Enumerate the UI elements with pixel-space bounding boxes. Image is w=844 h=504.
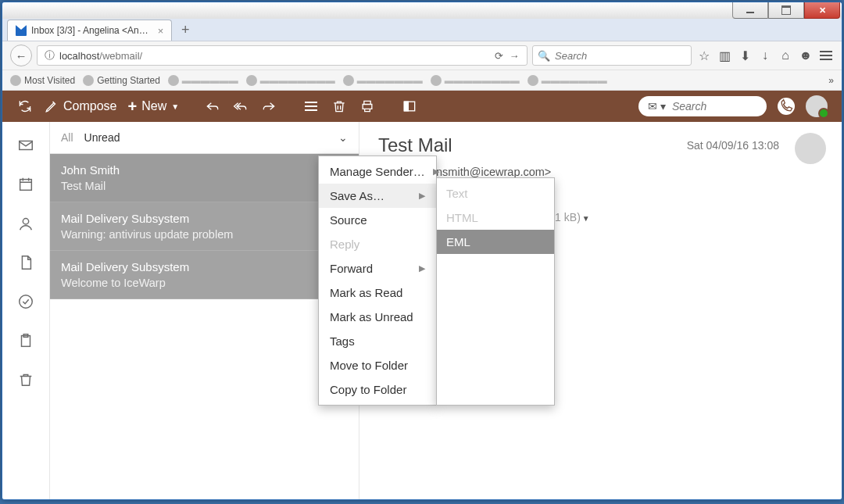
message-list-pane: All Unread ⌄ John SmithTest MailMail Del… xyxy=(50,122,359,499)
filter-dropdown-icon[interactable]: ⌄ xyxy=(338,131,348,144)
new-label: New xyxy=(141,99,166,113)
library-icon[interactable]: ▥ xyxy=(717,48,732,63)
url-host: localhost xyxy=(59,50,99,62)
window-close-button[interactable] xyxy=(804,2,840,19)
browser-window: Inbox [3/3] - Angelina <An… × + ← ⓘ loca… xyxy=(2,2,842,500)
rail-contacts-icon[interactable] xyxy=(16,214,35,233)
site-identity-icon[interactable]: ⓘ xyxy=(42,48,56,63)
window-minimize-button[interactable] xyxy=(732,2,768,19)
browser-menu-button[interactable] xyxy=(818,48,834,63)
message-from: Mail Delivery Subsystem xyxy=(61,260,348,273)
tab-close-icon[interactable]: × xyxy=(158,25,164,37)
address-bar[interactable]: ⓘ localhost/webmail/ ⟳ → xyxy=(37,45,528,66)
menu-item[interactable]: Mark as Unread xyxy=(319,305,436,329)
browser-search-box[interactable]: 🔍 xyxy=(532,45,692,66)
delete-icon[interactable] xyxy=(331,98,348,115)
app-search-input[interactable] xyxy=(671,99,744,113)
rail-calendar-icon[interactable] xyxy=(16,175,35,194)
filter-all[interactable]: All xyxy=(61,131,73,144)
sender-avatar[interactable] xyxy=(795,133,826,164)
panel-toggle-icon[interactable] xyxy=(401,98,418,115)
menu-item[interactable]: Save As…▶ xyxy=(319,184,436,208)
context-menus: Manage Sender…▶Save As…▶SourceReplyForwa… xyxy=(318,155,555,406)
svg-rect-3 xyxy=(20,180,32,191)
back-button[interactable]: ← xyxy=(10,45,32,66)
list-filter-bar: All Unread ⌄ xyxy=(50,122,359,154)
pocket-icon[interactable]: ⬇︎ xyxy=(737,48,753,63)
rail-trash-icon[interactable] xyxy=(16,370,35,389)
app-toolbar: Compose + New ▼ xyxy=(2,91,842,122)
filter-unread[interactable]: Unread xyxy=(84,131,120,144)
message-item[interactable]: Mail Delivery SubsystemWelcome to IceWar… xyxy=(50,251,359,299)
rail-mail-icon[interactable] xyxy=(16,136,35,155)
new-button[interactable]: + New ▼ xyxy=(127,98,179,116)
menu-item[interactable]: Source xyxy=(319,208,436,232)
submenu-arrow-icon: ▶ xyxy=(419,263,425,273)
mail-date: Sat 04/09/16 13:08 xyxy=(687,139,779,152)
svg-rect-2 xyxy=(20,141,33,150)
globe-icon xyxy=(10,75,21,86)
forward-icon[interactable] xyxy=(260,98,277,115)
menu-item[interactable]: Copy to Folder xyxy=(319,377,436,402)
bookmark-item[interactable]: ▬▬▬▬▬▬ xyxy=(168,75,238,86)
rail-clipboard-icon[interactable] xyxy=(16,331,35,350)
home-icon[interactable]: ⌂ xyxy=(778,48,793,63)
globe-icon xyxy=(246,75,257,86)
menu-item[interactable]: Mark as Read xyxy=(319,281,436,305)
submenu-item: HTML xyxy=(437,206,554,230)
bookmarks-toolbar: Most Visited Getting Started ▬▬▬▬▬▬ ▬▬▬▬… xyxy=(2,70,842,91)
bookmark-item[interactable]: ▬▬▬▬▬▬▬ xyxy=(528,75,607,86)
bookmarks-overflow-icon[interactable]: » xyxy=(828,75,834,86)
search-scope-icon[interactable]: ✉ ▾ xyxy=(648,100,666,113)
bookmark-item[interactable]: ▬▬▬▬▬▬▬▬ xyxy=(431,75,520,86)
message-context-menu: Manage Sender…▶Save As…▶SourceReplyForwa… xyxy=(318,155,437,406)
new-tab-button[interactable]: + xyxy=(177,21,194,38)
bookmark-item[interactable]: ▬▬▬▬▬▬▬▬ xyxy=(246,75,335,86)
globe-icon xyxy=(431,75,442,86)
sync-icon[interactable] xyxy=(16,98,34,115)
bookmark-star-icon[interactable]: ☆ xyxy=(696,48,712,63)
message-item[interactable]: John SmithTest Mail xyxy=(50,154,359,202)
menu-icon[interactable] xyxy=(302,98,320,115)
browser-search-input[interactable] xyxy=(553,49,688,63)
reply-icon[interactable] xyxy=(204,98,221,115)
hamburger-icon xyxy=(820,51,832,60)
bookmark-item[interactable]: ▬▬▬▬▬▬▬ xyxy=(343,75,423,86)
go-icon[interactable]: → xyxy=(506,50,522,62)
reply-all-icon[interactable] xyxy=(232,98,249,115)
bookmark-item[interactable]: Getting Started xyxy=(83,75,160,86)
message-item[interactable]: Mail Delivery SubsystemWarning: antiviru… xyxy=(50,202,359,251)
menu-item[interactable]: Tags xyxy=(319,329,436,353)
window-maximize-button[interactable] xyxy=(768,2,804,19)
magnifier-icon: 🔍 xyxy=(538,50,550,62)
mail-favicon-icon xyxy=(16,25,27,36)
message-from: Mail Delivery Subsystem xyxy=(61,212,348,225)
refresh-icon[interactable]: ⟳ xyxy=(491,50,506,62)
phone-icon[interactable] xyxy=(778,98,795,115)
globe-icon xyxy=(83,75,94,86)
bookmark-item[interactable]: Most Visited xyxy=(10,75,75,86)
svg-point-4 xyxy=(23,219,28,224)
submenu-item: Text xyxy=(437,181,554,206)
menu-item[interactable]: Move to Folder xyxy=(319,353,436,377)
globe-icon xyxy=(528,75,538,86)
saveas-submenu: TextHTMLEML xyxy=(436,177,555,406)
app-search[interactable]: ✉ ▾ xyxy=(638,96,767,116)
menu-item[interactable]: Manage Sender…▶ xyxy=(319,159,436,184)
compose-button[interactable]: Compose xyxy=(45,99,116,113)
globe-icon xyxy=(168,75,179,86)
rail-notes-icon[interactable] xyxy=(16,253,35,272)
globe-icon xyxy=(343,75,354,86)
user-avatar[interactable] xyxy=(806,95,828,117)
menu-item[interactable]: Forward▶ xyxy=(319,256,436,281)
message-from: John Smith xyxy=(61,163,348,177)
chat-icon[interactable]: ☻ xyxy=(798,48,814,63)
svg-point-5 xyxy=(20,295,33,309)
os-titlebar xyxy=(2,2,842,19)
rail-tasks-icon[interactable] xyxy=(16,292,35,311)
print-icon[interactable] xyxy=(359,98,376,115)
browser-tab-active[interactable]: Inbox [3/3] - Angelina <An… × xyxy=(7,20,172,41)
downloads-icon[interactable]: ↓ xyxy=(757,48,773,63)
message-subject: Test Mail xyxy=(61,180,348,192)
submenu-item[interactable]: EML xyxy=(437,230,554,254)
